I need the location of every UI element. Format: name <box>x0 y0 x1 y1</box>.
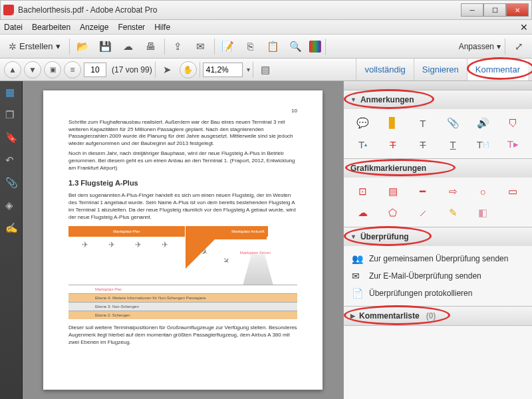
polyline-tool[interactable]: ⟋ <box>410 205 435 220</box>
pencil-tool[interactable]: ✎ <box>441 205 466 220</box>
stamp-tool[interactable]: ⛉ <box>501 116 525 130</box>
page-count-label: (17 von 99) <box>112 65 152 74</box>
menu-anzeige[interactable]: Anzeige <box>80 23 108 32</box>
menu-close-icon[interactable]: ✕ <box>520 22 528 33</box>
body-text: Noch in diesem Jahr, nach dreijähriger B… <box>68 150 297 172</box>
section-kommentarliste[interactable]: ▶ Kommentarliste (0) <box>344 307 532 325</box>
body-text: Dieser soll weitere Terminalpositionen f… <box>68 325 297 346</box>
insert-text-tool[interactable]: T▴ <box>350 137 375 152</box>
create-label: Erstellen <box>19 41 53 51</box>
chevron-down-icon: ▾ <box>247 66 250 73</box>
search-button[interactable]: 🔍 <box>287 37 305 56</box>
toolbar-main: ✲ Erstellen ▾ 📂 💾 ☁ 🖶 ⇪ ✉ 📝 ⎘ 📋 🔍 Anpass… <box>0 35 532 59</box>
drawing-tools: ⊡ ▤ ━ ⇨ ○ ▭ ☁ ⬠ ⟋ ✎ ◧ <box>350 184 525 220</box>
attachments-icon[interactable]: 📎 <box>5 177 17 189</box>
arrow-tool[interactable]: ⇨ <box>441 184 466 199</box>
layers-icon[interactable]: ◈ <box>5 200 17 211</box>
hand-tool[interactable]: ✋ <box>180 61 197 78</box>
toolbar-nav: ▲ ▼ ▣ ≡ (17 von 99) ➤ ✋ ▾ ▤ vollständig … <box>0 59 532 81</box>
undo-icon[interactable]: ↶ <box>5 154 17 166</box>
window-minimize-button[interactable]: ─ <box>461 3 483 17</box>
page-number-input[interactable] <box>84 63 106 77</box>
page-number: 10 <box>68 108 297 115</box>
tab-vollstaendig[interactable]: vollständig <box>356 59 413 80</box>
save-button[interactable]: 💾 <box>96 37 115 56</box>
eraser-tool[interactable]: ◧ <box>471 205 495 220</box>
disclosure-triangle-icon: ▼ <box>350 233 356 240</box>
window-maximize-button[interactable]: ☐ <box>483 3 506 17</box>
thumbnails-icon[interactable]: ▦ <box>5 86 17 98</box>
chevron-down-icon: ▾ <box>497 42 501 51</box>
rainbow-button[interactable] <box>309 41 321 53</box>
rect-tool[interactable]: ▭ <box>501 184 525 199</box>
track-review-icon: 📄 <box>352 288 364 299</box>
menu-datei[interactable]: Datei <box>4 23 23 32</box>
oval-tool[interactable]: ○ <box>471 184 495 199</box>
zoom-select[interactable] <box>203 63 243 77</box>
highlight-tool[interactable]: ▊ <box>380 116 405 130</box>
edit-button[interactable]: 📝 <box>219 37 237 56</box>
signatures-icon[interactable]: ✍ <box>5 222 17 234</box>
review-shared-link[interactable]: 👥 Zur gemeinsamen Überprüfung senden <box>350 250 525 267</box>
review-track-link[interactable]: 📄 Überprüfungen protokollieren <box>350 285 525 302</box>
underline-tool[interactable]: T <box>441 137 466 152</box>
text-box-tool[interactable]: T▸ <box>501 137 525 152</box>
disclosure-triangle-icon: ▶ <box>350 313 355 319</box>
section-ueberpruefung[interactable]: ▼ Überprüfung <box>344 227 532 246</box>
section-anmerkungen[interactable]: ▼ Anmerkungen <box>344 90 532 109</box>
customize-dropdown[interactable]: Anpassen▾ <box>459 42 501 51</box>
page-first-button[interactable]: ▣ <box>44 61 61 78</box>
section-grafikmarkierungen[interactable]: Grafikmarkierungen <box>344 159 532 178</box>
window-title: Bachelorthesis.pdf - Adobe Acrobat Pro <box>18 5 461 15</box>
sidebar-nav: ▦ ❐ 🔖 ↶ 📎 ◈ ✍ <box>0 81 23 399</box>
replace-text-tool[interactable]: T <box>380 137 405 152</box>
document-viewport[interactable]: 10 Schritte zum Flughafenausbau realisie… <box>23 81 343 399</box>
menu-bar: Datei Bearbeiten Anzeige Fenster Hilfe ✕ <box>0 20 532 35</box>
strikethrough-tool[interactable]: T <box>410 137 435 152</box>
line-tool[interactable]: ━ <box>410 184 435 199</box>
shared-review-icon: 👥 <box>352 253 364 264</box>
doc-options-button[interactable]: ▤ <box>256 61 275 79</box>
create-dropdown[interactable]: ✲ Erstellen ▾ <box>4 37 65 56</box>
menu-bearbeiten[interactable]: Bearbeiten <box>32 23 70 32</box>
audio-tool[interactable]: 🔊 <box>471 116 495 130</box>
print-button[interactable]: 🖶 <box>142 37 160 56</box>
pages-icon[interactable]: ❐ <box>5 109 17 121</box>
review-email-link[interactable]: ✉ Zur E-Mail-Überprüfung senden <box>350 267 525 285</box>
app-icon <box>3 5 14 15</box>
chevron-down-icon: ▾ <box>56 41 61 51</box>
cloud-button[interactable]: ☁ <box>119 37 138 56</box>
window-titlebar: Bachelorthesis.pdf - Adobe Acrobat Pro ─… <box>0 0 532 20</box>
page-last-button[interactable]: ≡ <box>64 61 81 78</box>
tab-kommentar[interactable]: Kommentar <box>467 59 528 80</box>
share-button[interactable]: ⇪ <box>169 37 188 56</box>
text-tool[interactable]: T <box>410 116 435 130</box>
body-text: Schritte zum Flughafenausbau realisiert.… <box>68 119 297 148</box>
email-review-icon: ✉ <box>352 271 364 281</box>
page-down-button[interactable]: ▼ <box>24 61 41 78</box>
sticky-note-tool[interactable]: 💬 <box>350 116 375 130</box>
comment-panel: ▼ Anmerkungen 💬 ▊ T 📎 🔊 ⛉ T▴ T T T T📄 <box>343 81 532 399</box>
fullscreen-button[interactable]: ⤢ <box>509 37 528 56</box>
attach-tool[interactable]: 📎 <box>441 116 466 130</box>
pointer-tool[interactable]: ➤ <box>158 61 177 79</box>
annotation-tools: 💬 ▊ T 📎 🔊 ⛉ T▴ T T T T📄 T▸ <box>350 116 525 152</box>
text-note-tool[interactable]: T📄 <box>471 137 495 152</box>
textbox-tool[interactable]: ▤ <box>380 184 405 199</box>
section-heading: 1.3 Flugsteig A-Plus <box>68 178 297 188</box>
tab-signieren[interactable]: Signieren <box>414 59 467 80</box>
window-close-button[interactable]: ✕ <box>506 3 529 17</box>
page-up-button[interactable]: ▲ <box>4 61 21 78</box>
callout-tool[interactable]: ⊡ <box>350 184 375 199</box>
clipboard-button[interactable]: 📋 <box>264 37 283 56</box>
export-button[interactable]: ⎘ <box>241 37 260 56</box>
polygon-tool[interactable]: ⬠ <box>380 205 405 220</box>
menu-fenster[interactable]: Fenster <box>118 23 145 32</box>
email-button[interactable]: ✉ <box>192 37 210 56</box>
diagram: Marktplatz-Pier Marktplatz Ankunft ✈ ✈ ✈… <box>68 226 297 319</box>
cloud-tool[interactable]: ☁ <box>350 205 375 220</box>
bookmarks-icon[interactable]: 🔖 <box>5 132 17 144</box>
disclosure-triangle-icon: ▼ <box>350 96 356 103</box>
menu-hilfe[interactable]: Hilfe <box>154 23 170 32</box>
open-button[interactable]: 📂 <box>74 37 92 56</box>
